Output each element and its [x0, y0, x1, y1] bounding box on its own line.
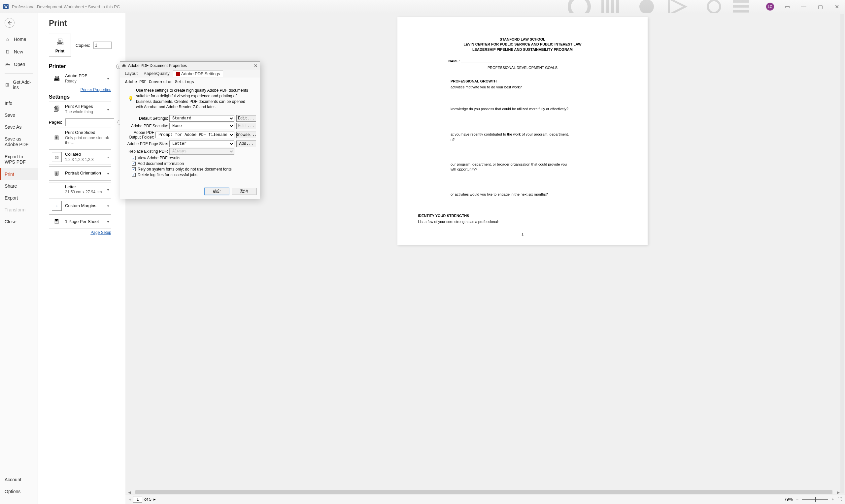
- home-icon: ⌂: [5, 36, 11, 42]
- output-folder-select[interactable]: Prompt for Adobe PDF filename: [156, 132, 234, 138]
- tab-layout[interactable]: Layout: [122, 70, 140, 77]
- orientation-select[interactable]: 🗏 Portrait Orientation ▾: [49, 166, 111, 181]
- scroll-left-icon[interactable]: ◂: [128, 489, 131, 496]
- nav-export-wps[interactable]: Export to WPS PDF: [0, 151, 38, 168]
- nav-close[interactable]: Close: [0, 216, 38, 228]
- pages-icon: 🗐: [52, 105, 62, 114]
- preview-footer: ◂ of 5 ▸ 79% − + ⛶: [125, 494, 845, 504]
- security-label: Adobe PDF Security:: [124, 124, 169, 128]
- next-page-icon[interactable]: ▸: [154, 497, 156, 502]
- zoom-out-icon[interactable]: −: [796, 497, 799, 502]
- dialog-close-button[interactable]: ✕: [254, 63, 258, 68]
- nav-addins[interactable]: ⊞Get Add-ins: [0, 76, 38, 93]
- pages-label: Pages:: [49, 120, 62, 125]
- dialog-tabs: Layout Paper/Quality Adobe PDF Settings: [120, 70, 260, 77]
- fit-page-icon[interactable]: ⛶: [838, 497, 842, 502]
- addins-icon: ⊞: [5, 82, 10, 88]
- paper-icon: [52, 185, 62, 195]
- ok-button[interactable]: 确定: [204, 188, 229, 195]
- copies-input[interactable]: [93, 41, 111, 49]
- vertical-scrollbar[interactable]: [840, 14, 844, 493]
- chevron-down-icon: ▾: [107, 108, 109, 111]
- tab-pdf-settings[interactable]: Adobe PDF Settings: [173, 70, 223, 77]
- output-folder-label: Adobe PDF Output Folder:: [124, 130, 156, 140]
- lightbulb-icon: 💡: [128, 96, 133, 102]
- svg-rect-1: [601, 0, 604, 15]
- page-size-select[interactable]: Letter: [169, 141, 234, 147]
- zoom-in-icon[interactable]: +: [831, 497, 834, 502]
- nav-print[interactable]: Print: [0, 168, 38, 180]
- svg-point-5: [639, 0, 654, 14]
- printer-icon: 🖶: [56, 37, 64, 48]
- replace-pdf-select: Always: [169, 148, 234, 155]
- nav-home[interactable]: ⌂Home: [0, 33, 38, 46]
- document-title: Professional-Development-Worksheet • Sav…: [12, 4, 120, 9]
- nav-save-adobe[interactable]: Save as Adobe PDF: [0, 133, 38, 151]
- page-setup-link[interactable]: Page Setup: [49, 230, 111, 235]
- security-select[interactable]: None: [169, 123, 234, 129]
- back-arrow-icon: [7, 20, 12, 25]
- sides-select[interactable]: 🗏 Print One SidedOnly print on one side …: [49, 128, 111, 148]
- svg-rect-8: [733, 10, 749, 13]
- nav-open[interactable]: 🗁Open: [0, 58, 38, 71]
- checkbox-checked-icon: ✓: [132, 162, 136, 166]
- delete-log-checkbox[interactable]: ✓ Delete log files for successful jobs: [132, 173, 256, 177]
- settings-section-header: Settings: [49, 94, 123, 100]
- page-navigator: ◂ of 5 ▸: [129, 496, 156, 503]
- cancel-button[interactable]: 取消: [232, 188, 257, 195]
- title-bar: W Professional-Development-Worksheet • S…: [0, 0, 845, 13]
- collate-select[interactable]: ▯▯ Collated1,2,3 1,2,3 1,2,3 ▾: [49, 149, 111, 165]
- nav-new[interactable]: 🗋New: [0, 46, 38, 58]
- nav-save[interactable]: Save: [0, 109, 38, 121]
- zoom-slider[interactable]: [802, 499, 828, 500]
- view-results-checkbox[interactable]: ✓ View Adobe PDF results: [132, 156, 256, 160]
- ribbon-options-icon[interactable]: ▭: [784, 3, 791, 10]
- group-legend: Adobe PDF Conversion Settings: [124, 80, 256, 85]
- paper-size-select[interactable]: Letter21.59 cm x 27.94 cm ▾: [49, 182, 111, 197]
- print-range-select[interactable]: 🗐 Print All PagesThe whole thing ▾: [49, 102, 111, 117]
- add-doc-info-checkbox[interactable]: ✓ Add document information: [132, 161, 256, 166]
- nav-share[interactable]: Share: [0, 180, 38, 192]
- svg-point-0: [569, 0, 589, 15]
- tab-paper-quality[interactable]: Paper/Quality: [141, 70, 172, 77]
- printer-properties-link[interactable]: Printer Properties: [49, 87, 111, 92]
- checkbox-checked-icon: ✓: [132, 156, 136, 160]
- nav-saveas[interactable]: Save As: [0, 121, 38, 133]
- page-size-label: Adobe PDF Page Size:: [124, 142, 169, 146]
- chevron-down-icon: ▾: [107, 136, 109, 140]
- zoom-level: 79%: [784, 497, 793, 502]
- new-doc-icon: 🗋: [5, 49, 11, 55]
- open-folder-icon: 🗁: [5, 61, 11, 67]
- nav-options[interactable]: Options: [0, 486, 38, 498]
- print-button[interactable]: 🖶 Print: [49, 34, 71, 57]
- close-window-icon[interactable]: ✕: [833, 3, 840, 10]
- maximize-icon[interactable]: ▢: [817, 3, 824, 10]
- horizontal-scrollbar[interactable]: ◂ ▸: [128, 490, 840, 494]
- back-button[interactable]: [5, 18, 15, 28]
- edit-security-button: Edit...: [236, 123, 256, 129]
- printer-select[interactable]: 🖶 Adobe PDF Ready ▾: [49, 71, 111, 86]
- printer-small-icon: 🖶: [122, 63, 126, 68]
- dialog-titlebar[interactable]: 🖶 Adobe PDF Document Properties ✕: [120, 62, 260, 70]
- prev-page-icon[interactable]: ◂: [129, 497, 131, 502]
- pages-per-sheet-select[interactable]: 🗏 1 Page Per Sheet ▾: [49, 214, 111, 229]
- scroll-right-icon[interactable]: ▸: [837, 489, 840, 496]
- pages-input[interactable]: [65, 119, 114, 126]
- add-button[interactable]: Add...: [236, 141, 256, 147]
- nav-export[interactable]: Export: [0, 192, 38, 204]
- nav-info[interactable]: Info: [0, 97, 38, 109]
- edit-default-button[interactable]: Edit...: [236, 115, 256, 122]
- default-settings-select[interactable]: Standard: [169, 115, 234, 122]
- copies-label: Copies:: [75, 43, 90, 48]
- browse-button[interactable]: Browse...: [236, 132, 256, 138]
- page-total: of 5: [144, 497, 152, 502]
- user-avatar[interactable]: LC: [766, 3, 774, 11]
- svg-rect-2: [606, 0, 609, 15]
- nav-account[interactable]: Account: [0, 474, 38, 486]
- chevron-down-icon: ▾: [107, 172, 109, 175]
- dialog-title: Adobe PDF Document Properties: [128, 63, 187, 68]
- system-fonts-checkbox[interactable]: ✓ Rely on system fonts only; do not use …: [132, 167, 256, 172]
- minimize-icon[interactable]: —: [800, 3, 807, 10]
- current-page-input[interactable]: [133, 496, 142, 503]
- margins-select[interactable]: ▫ Custom Margins ▾: [49, 199, 111, 213]
